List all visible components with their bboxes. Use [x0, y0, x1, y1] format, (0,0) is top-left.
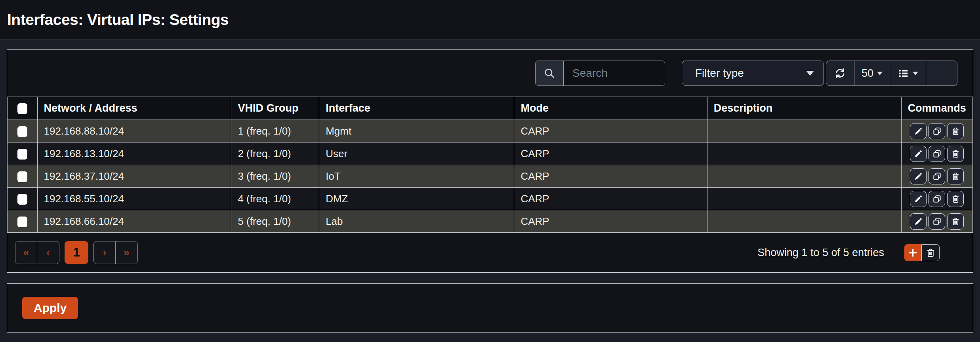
clone-button[interactable]	[929, 168, 945, 184]
caret-down-icon	[913, 72, 918, 75]
table-row: 192.168.88.10/24 1 (freq. 1/0) Mgmt CARP	[8, 120, 973, 142]
trash-icon	[951, 172, 960, 181]
delete-button[interactable]	[947, 213, 964, 230]
clone-button[interactable]	[929, 191, 945, 207]
select-all-checkbox[interactable]	[17, 103, 27, 114]
apply-button[interactable]: Apply	[22, 297, 78, 319]
column-header-vhid[interactable]: VHID Group	[231, 97, 319, 120]
pagination-page-button[interactable]: 1	[65, 241, 88, 264]
cell-vhid: 3 (freq. 1/0)	[231, 165, 319, 188]
cell-interface: User	[319, 142, 514, 165]
pagination-first-button[interactable]: «	[15, 241, 37, 264]
search-button[interactable]	[536, 61, 564, 86]
search-group	[535, 61, 665, 86]
cell-select	[8, 210, 38, 233]
refresh-button[interactable]	[826, 61, 854, 86]
table-options-group: 50	[826, 61, 957, 86]
clone-button[interactable]	[929, 213, 945, 230]
plus-icon	[908, 247, 918, 258]
cell-network: 192.168.37.10/24	[37, 165, 231, 188]
column-header-commands: Commands	[901, 97, 972, 120]
search-icon	[543, 67, 556, 80]
delete-selected-button[interactable]	[921, 244, 940, 261]
row-checkbox[interactable]	[17, 217, 27, 227]
edit-button[interactable]	[910, 146, 927, 162]
cell-select	[8, 188, 38, 210]
page-title: Interfaces: Virtual IPs: Settings	[7, 11, 229, 28]
clone-icon	[932, 172, 942, 181]
column-header-network[interactable]: Network / Address	[37, 97, 231, 120]
column-header-interface[interactable]: Interface	[319, 97, 514, 120]
pencil-icon	[914, 149, 923, 158]
page-size-dropdown[interactable]: 50	[854, 61, 890, 86]
edit-button[interactable]	[910, 168, 927, 184]
pencil-icon	[914, 127, 923, 136]
trash-icon	[951, 217, 960, 226]
row-checkbox[interactable]	[17, 194, 27, 205]
cell-description	[707, 165, 901, 188]
entries-summary: Showing 1 to 5 of 5 entries	[757, 247, 884, 259]
pagination-next-button[interactable]: ›	[94, 241, 116, 264]
pagination: « ‹ 1 › »	[15, 241, 138, 264]
delete-button[interactable]	[947, 191, 964, 207]
edit-button[interactable]	[910, 123, 927, 139]
trash-icon	[926, 248, 936, 258]
cell-description	[707, 210, 901, 233]
edit-button[interactable]	[910, 213, 927, 230]
cell-interface: Mgmt	[319, 120, 514, 142]
column-header-description[interactable]: Description	[707, 97, 901, 120]
table-row: 192.168.13.10/24 2 (freq. 1/0) User CARP	[8, 142, 973, 165]
table-toolbar: Filter type 50	[7, 50, 973, 97]
cell-select	[8, 142, 38, 165]
trash-icon	[951, 194, 960, 203]
cell-mode: CARP	[514, 165, 707, 188]
cell-select	[8, 120, 38, 142]
add-button[interactable]	[904, 244, 921, 261]
clone-icon	[932, 127, 942, 136]
table-footer: « ‹ 1 › » Showing 1 to 5 of 5 entries	[7, 233, 973, 272]
cell-description	[707, 142, 901, 165]
clone-button[interactable]	[929, 123, 945, 139]
trash-icon	[951, 149, 960, 158]
pencil-icon	[914, 172, 923, 181]
cell-vhid: 4 (freq. 1/0)	[231, 188, 319, 210]
cell-mode: CARP	[514, 210, 707, 233]
clone-button[interactable]	[929, 146, 945, 162]
cell-mode: CARP	[514, 188, 707, 210]
cell-mode: CARP	[514, 120, 707, 142]
delete-button[interactable]	[947, 168, 964, 184]
cell-interface: IoT	[319, 165, 514, 188]
table-row: 192.168.55.10/24 4 (freq. 1/0) DMZ CARP	[8, 188, 973, 210]
cell-network: 192.168.13.10/24	[37, 142, 231, 165]
search-input[interactable]	[564, 61, 665, 86]
pagination-last-button[interactable]: »	[116, 241, 137, 264]
row-checkbox[interactable]	[17, 171, 27, 182]
cell-commands	[901, 142, 972, 165]
apply-panel: Apply	[7, 283, 973, 332]
cell-interface: DMZ	[319, 188, 514, 210]
delete-button[interactable]	[947, 146, 964, 162]
edit-button[interactable]	[910, 191, 927, 207]
pagination-prev-button[interactable]: ‹	[37, 241, 59, 264]
pencil-icon	[914, 194, 923, 203]
cell-network: 192.168.55.10/24	[37, 188, 231, 210]
virtual-ips-table: Network / Address VHID Group Interface M…	[7, 97, 973, 233]
page-header: Interfaces: Virtual IPs: Settings	[0, 0, 980, 40]
column-header-mode[interactable]: Mode	[514, 97, 707, 120]
delete-button[interactable]	[947, 123, 964, 139]
cell-commands	[901, 188, 972, 210]
cell-mode: CARP	[514, 142, 707, 165]
caret-down-icon	[806, 71, 814, 76]
filter-type-select[interactable]: Filter type	[682, 61, 824, 86]
cell-network: 192.168.66.10/24	[37, 210, 231, 233]
cell-commands	[901, 210, 972, 233]
cell-vhid: 2 (freq. 1/0)	[231, 142, 319, 165]
clone-icon	[932, 194, 942, 203]
row-checkbox[interactable]	[17, 126, 27, 137]
cell-network: 192.168.88.10/24	[37, 120, 231, 142]
clone-icon	[932, 149, 942, 158]
column-select-dropdown[interactable]	[890, 61, 926, 86]
row-checkbox[interactable]	[17, 149, 27, 160]
table-row: 192.168.37.10/24 3 (freq. 1/0) IoT CARP	[8, 165, 973, 188]
caret-down-icon	[877, 72, 883, 75]
